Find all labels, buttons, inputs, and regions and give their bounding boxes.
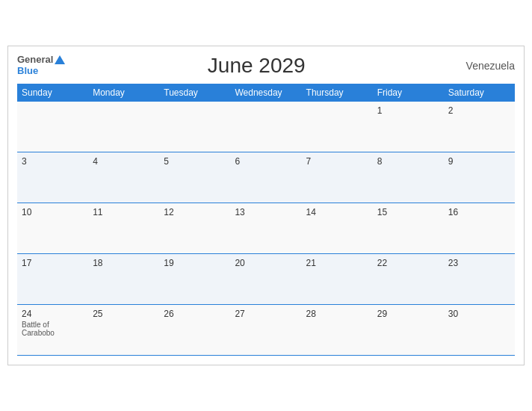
header-friday: Friday bbox=[373, 84, 444, 102]
calendar-cell: 20 bbox=[230, 254, 301, 305]
header-tuesday: Tuesday bbox=[159, 84, 230, 102]
calendar-cell: 16 bbox=[444, 203, 515, 254]
day-number: 17 bbox=[22, 258, 84, 268]
calendar-week-row: 12 bbox=[17, 102, 515, 152]
logo-triangle-icon bbox=[55, 55, 65, 64]
calendar-cell bbox=[230, 102, 301, 152]
day-number: 23 bbox=[448, 258, 510, 268]
calendar-cell: 18 bbox=[88, 254, 159, 305]
header-thursday: Thursday bbox=[302, 84, 373, 102]
day-number: 13 bbox=[235, 207, 297, 217]
calendar-cell: 17 bbox=[17, 254, 88, 305]
calendar-cell: 2 bbox=[444, 102, 515, 152]
logo-general-text: General bbox=[17, 55, 53, 65]
calendar-table: Sunday Monday Tuesday Wednesday Thursday… bbox=[17, 84, 515, 356]
day-number: 25 bbox=[93, 309, 155, 319]
day-number: 29 bbox=[377, 309, 439, 319]
day-number: 14 bbox=[306, 207, 368, 217]
day-number: 6 bbox=[235, 156, 297, 167]
calendar-container: General Blue June 2029 Venezuela Sunday … bbox=[7, 46, 525, 366]
day-number: 22 bbox=[377, 258, 439, 268]
day-number: 4 bbox=[93, 156, 155, 167]
calendar-week-row: 3456789 bbox=[17, 152, 515, 203]
header-wednesday: Wednesday bbox=[230, 84, 301, 102]
calendar-cell: 5 bbox=[159, 152, 230, 203]
calendar-cell: 23 bbox=[444, 254, 515, 305]
day-number: 24 bbox=[22, 309, 84, 319]
calendar-cell: 7 bbox=[302, 152, 373, 203]
calendar-cell: 13 bbox=[230, 203, 301, 254]
day-number: 5 bbox=[164, 156, 226, 167]
calendar-cell: 19 bbox=[159, 254, 230, 305]
day-number: 20 bbox=[235, 258, 297, 268]
calendar-cell: 28 bbox=[302, 305, 373, 356]
day-number: 28 bbox=[306, 309, 368, 319]
day-number: 15 bbox=[377, 207, 439, 217]
calendar-cell bbox=[17, 102, 88, 152]
country-label: Venezuela bbox=[448, 60, 515, 72]
day-number: 1 bbox=[377, 105, 439, 116]
calendar-cell: 8 bbox=[373, 152, 444, 203]
calendar-cell: 22 bbox=[373, 254, 444, 305]
day-number: 12 bbox=[164, 207, 226, 217]
calendar-cell: 14 bbox=[302, 203, 373, 254]
day-number: 3 bbox=[22, 156, 84, 167]
header-saturday: Saturday bbox=[444, 84, 515, 102]
calendar-cell: 25 bbox=[88, 305, 159, 356]
day-number: 21 bbox=[306, 258, 368, 268]
calendar-cell: 10 bbox=[17, 203, 88, 254]
calendar-cell: 29 bbox=[373, 305, 444, 356]
calendar-cell: 6 bbox=[230, 152, 301, 203]
day-number: 30 bbox=[448, 309, 510, 319]
day-number: 11 bbox=[93, 207, 155, 217]
calendar-cell bbox=[159, 102, 230, 152]
calendar-cell: 4 bbox=[88, 152, 159, 203]
day-number: 2 bbox=[448, 105, 510, 116]
day-number: 19 bbox=[164, 258, 226, 268]
calendar-cell: 21 bbox=[302, 254, 373, 305]
calendar-cell: 12 bbox=[159, 203, 230, 254]
calendar-week-row: 24Battle of Carabobo252627282930 bbox=[17, 305, 515, 356]
calendar-week-row: 17181920212223 bbox=[17, 254, 515, 305]
logo-blue-text: Blue bbox=[17, 66, 38, 76]
day-number: 16 bbox=[448, 207, 510, 217]
calendar-cell bbox=[302, 102, 373, 152]
calendar-cell bbox=[88, 102, 159, 152]
calendar-week-row: 10111213141516 bbox=[17, 203, 515, 254]
day-number: 8 bbox=[377, 156, 439, 167]
month-title: June 2029 bbox=[65, 54, 448, 78]
calendar-cell: 1 bbox=[373, 102, 444, 152]
calendar-cell: 26 bbox=[159, 305, 230, 356]
day-number: 10 bbox=[22, 207, 84, 217]
logo: General Blue bbox=[17, 55, 65, 76]
weekday-header-row: Sunday Monday Tuesday Wednesday Thursday… bbox=[17, 84, 515, 102]
day-number: 26 bbox=[164, 309, 226, 319]
calendar-cell: 27 bbox=[230, 305, 301, 356]
day-number: 7 bbox=[306, 156, 368, 167]
event-label: Battle of Carabobo bbox=[22, 321, 84, 337]
calendar-cell: 24Battle of Carabobo bbox=[17, 305, 88, 356]
header-sunday: Sunday bbox=[17, 84, 88, 102]
calendar-cell: 3 bbox=[17, 152, 88, 203]
calendar-header: General Blue June 2029 Venezuela bbox=[17, 54, 515, 78]
day-number: 27 bbox=[235, 309, 297, 319]
calendar-cell: 30 bbox=[444, 305, 515, 356]
header-monday: Monday bbox=[88, 84, 159, 102]
calendar-cell: 9 bbox=[444, 152, 515, 203]
calendar-cell: 15 bbox=[373, 203, 444, 254]
calendar-cell: 11 bbox=[88, 203, 159, 254]
day-number: 9 bbox=[448, 156, 510, 167]
day-number: 18 bbox=[93, 258, 155, 268]
